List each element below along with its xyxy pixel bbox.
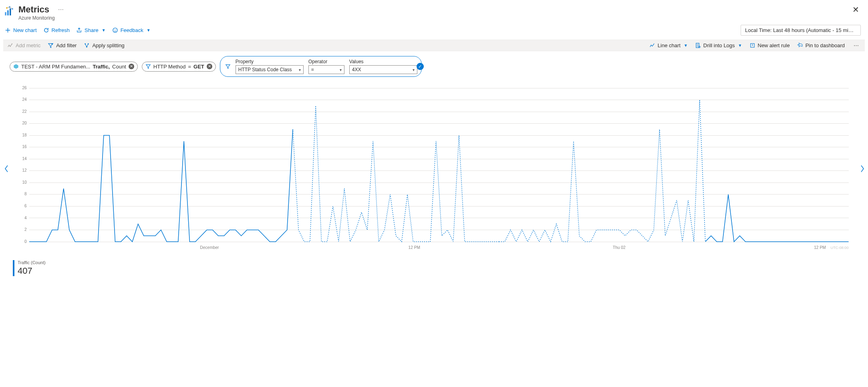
- filter-values-column: Values 4XX ▾: [349, 59, 417, 74]
- filter-builder: Property HTTP Status Code Class ▾ Operat…: [220, 56, 422, 77]
- svg-text:4: 4: [24, 216, 27, 220]
- values-label: Values: [349, 59, 417, 64]
- operator-value: =: [311, 67, 314, 72]
- svg-text:December: December: [200, 245, 219, 250]
- values-select[interactable]: 4XX ▾: [349, 65, 417, 74]
- chart-toolbar-right: Line chart ▼ Drill into Logs ▼ New alert…: [649, 42, 861, 48]
- share-button[interactable]: Share ▼: [76, 27, 106, 33]
- filter-key: HTTP Method: [153, 64, 186, 70]
- svg-point-6: [113, 28, 117, 32]
- new-alert-button[interactable]: New alert rule: [749, 42, 790, 48]
- metric-resource: TEST - ARM PM Fundamen...: [21, 64, 90, 70]
- property-value: HTTP Status Code Class: [238, 67, 292, 72]
- svg-text:Thu 02: Thu 02: [613, 245, 626, 250]
- remove-filter-button[interactable]: ✕: [207, 64, 212, 69]
- refresh-button[interactable]: Refresh: [43, 27, 70, 33]
- remove-metric-button[interactable]: ✕: [129, 64, 134, 69]
- share-label: Share: [85, 27, 99, 33]
- new-chart-label: New chart: [13, 27, 37, 33]
- svg-text:10: 10: [22, 180, 27, 184]
- add-metric-icon: [7, 42, 13, 48]
- legend: Traffic (Count) 407: [3, 259, 865, 276]
- close-blade-button[interactable]: ✕: [851, 5, 861, 14]
- chart-next-button[interactable]: [858, 162, 867, 176]
- apply-splitting-button[interactable]: Apply splitting: [84, 42, 124, 48]
- page-subtitle: Azure Monitoring: [18, 15, 55, 21]
- filter-icon: [225, 64, 231, 69]
- chart-prev-button[interactable]: [2, 162, 11, 176]
- new-alert-label: New alert rule: [758, 42, 790, 48]
- chart-more-button[interactable]: ⋯: [852, 42, 861, 48]
- filter-property-column: Property HTTP Status Code Class ▾: [236, 59, 304, 74]
- legend-series-name: Traffic (Count): [18, 260, 46, 265]
- line-chart[interactable]: 02468101214161820222426December12 PMThu …: [13, 85, 857, 253]
- svg-text:2: 2: [24, 227, 27, 232]
- chevron-down-icon: ▾: [299, 68, 301, 72]
- plus-icon: [5, 27, 11, 33]
- svg-text:8: 8: [24, 192, 27, 197]
- header: Metrics Azure Monitoring ⋯ ✕: [3, 3, 865, 23]
- metric-agg: Count: [112, 64, 126, 70]
- chevron-down-icon: ▾: [413, 68, 415, 72]
- drill-logs-button[interactable]: Drill into Logs ▼: [695, 42, 742, 48]
- svg-text:22: 22: [22, 109, 27, 114]
- svg-point-7: [114, 29, 115, 30]
- metrics-icon: [4, 6, 15, 17]
- apply-splitting-label: Apply splitting: [92, 42, 124, 48]
- refresh-label: Refresh: [52, 27, 70, 33]
- refresh-icon: [43, 27, 49, 33]
- svg-text:26: 26: [22, 86, 27, 90]
- filter-value: GET: [193, 64, 204, 70]
- page-title: Metrics: [18, 5, 55, 14]
- filter-icon: [48, 42, 54, 48]
- alert-icon: [749, 42, 755, 48]
- svg-rect-0: [5, 12, 6, 15]
- svg-text:12: 12: [22, 168, 27, 173]
- chevron-down-icon: ▼: [738, 43, 742, 48]
- svg-point-8: [115, 29, 116, 30]
- time-range-label: Local Time: Last 48 hours (Automatic - 1…: [745, 27, 860, 33]
- svg-text:6: 6: [24, 204, 27, 208]
- feedback-label: Feedback: [121, 27, 143, 33]
- header-more-button[interactable]: ⋯: [58, 5, 64, 14]
- svg-text:18: 18: [22, 133, 27, 137]
- add-metric-label: Add metric: [16, 42, 40, 48]
- metric-name: Traffic,: [93, 64, 110, 70]
- new-chart-button[interactable]: New chart: [5, 27, 37, 33]
- pin-icon: [797, 42, 803, 48]
- chart-area: 02468101214161820222426December12 PMThu …: [3, 82, 865, 257]
- filter-icon: [145, 64, 151, 69]
- logs-icon: [695, 42, 701, 48]
- property-select[interactable]: HTTP Status Code Class ▾: [236, 65, 304, 74]
- legend-series-value: 407: [18, 266, 46, 276]
- feedback-button[interactable]: Feedback ▼: [112, 27, 151, 33]
- svg-rect-1: [7, 10, 9, 16]
- svg-marker-16: [14, 64, 18, 69]
- line-chart-icon: [649, 42, 655, 48]
- chevron-down-icon: ▼: [684, 43, 688, 48]
- apply-filter-button[interactable]: ✓: [417, 63, 424, 70]
- chevron-left-icon: [4, 165, 9, 173]
- http-method-filter-pill[interactable]: HTTP Method = GET ✕: [142, 62, 216, 72]
- add-filter-button[interactable]: Add filter: [48, 42, 77, 48]
- chart-type-button[interactable]: Line chart ▼: [649, 42, 688, 48]
- drill-logs-label: Drill into Logs: [703, 42, 735, 48]
- chevron-down-icon: ▾: [340, 68, 342, 72]
- operator-label: Operator: [308, 59, 344, 64]
- smile-icon: [112, 27, 118, 33]
- chart-type-label: Line chart: [658, 42, 681, 48]
- operator-select[interactable]: = ▾: [308, 65, 344, 74]
- header-text: Metrics Azure Monitoring: [18, 5, 55, 21]
- svg-text:12 PM: 12 PM: [409, 245, 421, 250]
- metrics-blade: Metrics Azure Monitoring ⋯ ✕ New chart R…: [0, 0, 868, 387]
- chevron-down-icon: ▼: [102, 28, 106, 32]
- pin-dashboard-button[interactable]: Pin to dashboard: [797, 42, 845, 48]
- resource-icon: [13, 64, 19, 69]
- metric-pill[interactable]: TEST - ARM PM Fundamen... Traffic, Count…: [10, 62, 138, 72]
- pin-dashboard-label: Pin to dashboard: [806, 42, 845, 48]
- add-metric-button[interactable]: Add metric: [7, 42, 40, 48]
- svg-text:12 PM: 12 PM: [814, 245, 826, 250]
- filter-operator-column: Operator = ▾: [308, 59, 344, 74]
- time-range-picker[interactable]: Local Time: Last 48 hours (Automatic - 1…: [741, 25, 861, 36]
- chevron-down-icon: ▼: [147, 28, 151, 32]
